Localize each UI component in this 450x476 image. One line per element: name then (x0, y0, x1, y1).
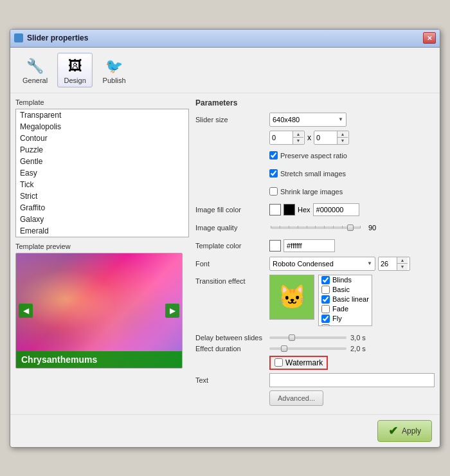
hex-value-input[interactable] (313, 203, 359, 216)
template-color-label: Template color (195, 242, 269, 250)
image-quality-row: Image quality 90 (195, 221, 435, 235)
prev-slide-button[interactable]: ◀ (19, 304, 33, 318)
effect-slider-thumb[interactable] (281, 345, 287, 352)
list-item[interactable]: Fade (319, 304, 372, 314)
shrink-large-row: Shrink large images (195, 185, 435, 199)
width-increment[interactable]: ▲ (293, 131, 303, 138)
tab-publish[interactable]: 🐦 Publish (96, 53, 132, 87)
height-input[interactable] (314, 133, 337, 142)
list-item[interactable]: Puzzle (16, 144, 188, 156)
list-item[interactable]: Strict (16, 190, 188, 202)
font-label: Font (195, 260, 269, 268)
tab-general[interactable]: 🔧 General (17, 53, 53, 87)
preserve-aspect-row: Preserve aspect ratio (195, 149, 435, 163)
basic-checkbox[interactable] (321, 286, 330, 294)
delay-slider-thumb[interactable] (289, 334, 295, 341)
quality-value: 90 (368, 224, 376, 232)
stretch-small-checkbox-label[interactable]: Stretch small images (269, 169, 346, 178)
font-control: Roboto Condensed ▼ ▲ ▼ (269, 257, 435, 271)
list-item[interactable]: Blinds (319, 275, 372, 285)
flip-checkbox[interactable] (321, 324, 330, 326)
template-color-control (269, 239, 435, 252)
template-color-row: Template color (195, 239, 435, 253)
dimensions-x: x (307, 133, 311, 142)
template-color-input[interactable] (284, 239, 335, 252)
delay-row: Delay between slides 3,0 s (195, 334, 435, 342)
list-item[interactable]: Tick (16, 179, 188, 190)
next-slide-button[interactable]: ▶ (165, 304, 179, 318)
advanced-button[interactable]: Advanced... (269, 390, 323, 406)
apply-button[interactable]: ✔ Apply (377, 420, 432, 442)
list-item[interactable]: Glass (16, 237, 188, 237)
list-item[interactable]: Flip (319, 324, 372, 326)
fly-checkbox[interactable] (321, 315, 330, 323)
image-fill-color-row: Image fill color Hex (195, 203, 435, 217)
delay-slider[interactable] (269, 336, 346, 339)
font-size-input[interactable] (379, 259, 397, 268)
font-size-spinbox[interactable]: ▲ ▼ (378, 257, 410, 271)
quality-slider-track[interactable] (271, 226, 361, 229)
slider-size-row: Slider size 640x480 ▼ (195, 113, 435, 127)
height-spinbox[interactable]: ▲ ▼ (314, 131, 349, 145)
height-spinbox-arrows: ▲ ▼ (337, 131, 348, 144)
preserve-aspect-checkbox-label[interactable]: Preserve aspect ratio (269, 151, 347, 160)
fill-color-swatch-white[interactable] (269, 204, 281, 215)
template-color-swatch[interactable] (269, 240, 281, 252)
transition-list[interactable]: Blinds Basic Basic linear Fade Fly Flip (318, 275, 372, 326)
slider-size-label: Slider size (195, 116, 269, 124)
list-item[interactable]: Gentle (16, 156, 188, 167)
list-item[interactable]: Megalopolis (16, 121, 188, 133)
height-increment[interactable]: ▲ (338, 131, 348, 138)
watermark-checkbox[interactable] (274, 358, 283, 367)
spinbox-arrows: ▲ ▼ (292, 131, 303, 144)
quality-slider-thumb[interactable] (347, 224, 354, 231)
close-button[interactable]: ✕ (423, 32, 436, 44)
shrink-large-checkbox-label[interactable]: Shrink large images (269, 187, 343, 196)
blinds-checkbox[interactable] (321, 276, 330, 284)
list-item[interactable]: Easy (16, 167, 188, 179)
apply-check-icon: ✔ (388, 424, 398, 438)
height-decrement[interactable]: ▼ (338, 138, 348, 144)
list-item[interactable]: Emerald (16, 225, 188, 237)
tab-design[interactable]: 🖼 Design (57, 53, 93, 87)
slider-size-dropdown[interactable]: 640x480 ▼ (269, 113, 346, 127)
preview-image: ◀ ▶ Chrysanthemums (16, 253, 182, 368)
preserve-aspect-checkbox[interactable] (269, 151, 278, 160)
design-label: Design (64, 77, 86, 84)
basic-linear-checkbox[interactable] (321, 295, 330, 304)
list-item[interactable]: Basic (319, 285, 372, 295)
list-item[interactable]: Transparent (16, 109, 188, 121)
list-item[interactable]: Graffito (16, 202, 188, 214)
design-icon: 🖼 (65, 56, 86, 77)
fade-checkbox[interactable] (321, 305, 330, 313)
width-decrement[interactable]: ▼ (293, 138, 303, 144)
font-size-increment[interactable]: ▲ (397, 257, 408, 264)
font-size-decrement[interactable]: ▼ (397, 264, 408, 270)
width-input[interactable] (270, 133, 292, 142)
text-row: Text (195, 373, 435, 387)
shrink-large-checkbox[interactable] (269, 187, 278, 196)
watermark-label: Watermark (285, 358, 323, 367)
image-quality-label: Image quality (195, 224, 269, 232)
template-list-container[interactable]: Transparent Megalopolis Contour Puzzle G… (15, 109, 189, 237)
list-item[interactable]: Contour (16, 133, 188, 144)
font-size-arrows: ▲ ▼ (397, 257, 408, 270)
stretch-small-row: Stretch small images (195, 167, 435, 181)
list-item[interactable]: Basic linear (319, 295, 372, 304)
slider-size-control: 640x480 ▼ (269, 113, 435, 127)
effect-value: 2,0 s (350, 345, 373, 352)
apply-label: Apply (402, 426, 421, 435)
transition-section: 🐱 Blinds Basic Basic linear Fade Fly Fli… (269, 275, 372, 326)
list-item[interactable]: Galaxy (16, 214, 188, 225)
list-item[interactable]: Fly (319, 314, 372, 324)
watermark-row: Watermark (195, 356, 435, 370)
width-spinbox[interactable]: ▲ ▼ (269, 131, 305, 145)
window-title: Slider properties (27, 33, 88, 42)
effect-slider[interactable] (269, 347, 346, 350)
hex-label: Hex (298, 206, 310, 214)
text-input[interactable] (269, 373, 435, 387)
shrink-large-control: Shrink large images (269, 187, 435, 196)
stretch-small-checkbox[interactable] (269, 169, 278, 178)
font-dropdown[interactable]: Roboto Condensed ▼ (269, 257, 375, 271)
fill-color-swatch-black[interactable] (284, 204, 295, 215)
